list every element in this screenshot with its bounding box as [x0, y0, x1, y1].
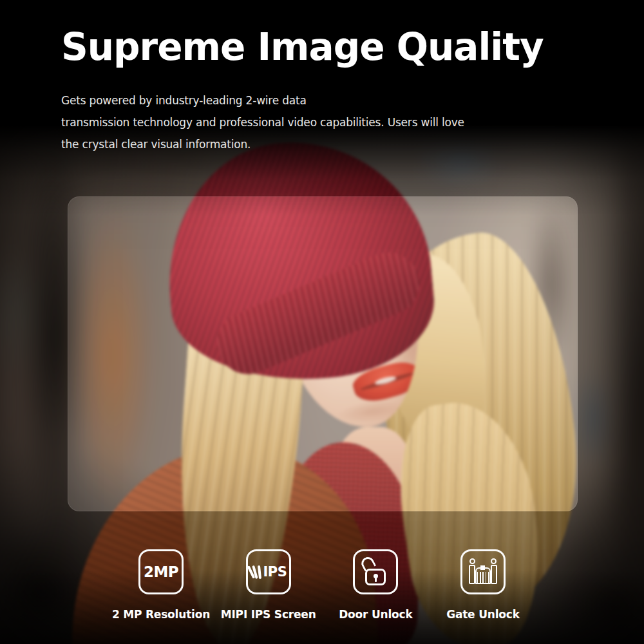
page-description: Gets powered by industry-leading 2-wire …: [61, 90, 464, 155]
ips-glyph: IPS: [250, 564, 287, 580]
gate-post: [491, 565, 497, 584]
feature-2mp-resolution: 2MP 2 MP Resolution: [116, 549, 206, 621]
ips-badge-text: IPS: [263, 564, 287, 580]
door-unlock-icon: [353, 549, 398, 594]
feature-label: 2 MP Resolution: [112, 608, 210, 621]
feature-label: Door Unlock: [339, 608, 412, 621]
description-line: the crystal clear visual information.: [61, 133, 464, 155]
keyhole-stem: [375, 577, 377, 582]
open-padlock-glyph: [364, 566, 387, 585]
2mp-badge-icon: 2MP: [138, 549, 184, 594]
gate-bars: [477, 572, 489, 583]
gate-post-cap: [491, 558, 497, 564]
gate-post-cap: [469, 558, 475, 564]
feature-row: 2MP 2 MP Resolution IPS MIPI IPS Screen: [116, 549, 528, 621]
gate-glyph: [468, 558, 498, 585]
mipi-ips-screen-icon: IPS: [246, 549, 291, 594]
gate-latch: [480, 565, 485, 570]
feature-gate-unlock: Gate Unlock: [438, 549, 528, 621]
ips-stroke: [258, 565, 261, 578]
description-line: transmission technology and professional…: [61, 111, 464, 133]
feature-door-unlock: Door Unlock: [330, 549, 421, 621]
padlock-body: [365, 569, 386, 585]
gate-post: [469, 565, 475, 584]
feature-label: Gate Unlock: [446, 608, 520, 621]
2mp-badge-text: 2MP: [144, 564, 178, 580]
feature-label: MIPI IPS Screen: [221, 608, 316, 621]
promo-page: Supreme Image Quality Gets powered by in…: [0, 0, 644, 644]
gate-unlock-icon: [460, 549, 506, 594]
page-title: Supreme Image Quality: [61, 26, 544, 68]
description-line: Gets powered by industry-leading 2-wire …: [61, 90, 464, 111]
feature-mipi-ips-screen: IPS MIPI IPS Screen: [223, 549, 314, 621]
